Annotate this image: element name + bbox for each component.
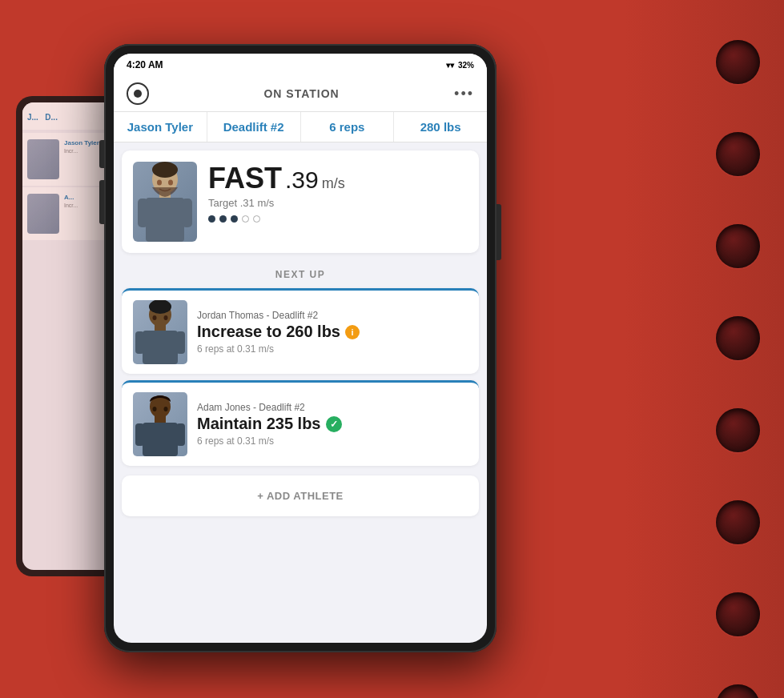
speed-dot-2 bbox=[219, 215, 227, 223]
bg-tag: J... bbox=[27, 113, 38, 122]
speed-dots bbox=[208, 215, 468, 223]
svg-point-15 bbox=[164, 315, 168, 320]
svg-rect-4 bbox=[138, 199, 148, 227]
svg-point-6 bbox=[157, 180, 162, 186]
next-photo-placeholder-2 bbox=[133, 392, 187, 456]
record-dot bbox=[134, 90, 142, 98]
svg-rect-5 bbox=[182, 199, 192, 227]
svg-point-7 bbox=[168, 180, 173, 186]
bg-tag: D... bbox=[45, 113, 58, 122]
speed-unit: m/s bbox=[322, 175, 345, 192]
next-athlete-detail-2: 6 reps at 0.31 m/s bbox=[197, 435, 468, 447]
svg-rect-17 bbox=[155, 416, 166, 423]
more-options-button[interactable]: ••• bbox=[454, 86, 474, 102]
info-tag-name[interactable]: Jason Tyler bbox=[114, 112, 207, 142]
ipad-power-button bbox=[497, 204, 501, 260]
status-bar: 4:20 AM ▾▾ 32% bbox=[114, 54, 487, 76]
svg-point-21 bbox=[153, 407, 157, 411]
next-athlete-detail-1: 6 reps at 0.31 m/s bbox=[197, 343, 468, 355]
next-photo-placeholder-1 bbox=[133, 300, 187, 364]
app-header: ON STATION ••• bbox=[114, 76, 487, 112]
svg-rect-10 bbox=[155, 324, 166, 331]
rack-hole bbox=[716, 592, 760, 636]
rack-hole bbox=[716, 500, 760, 544]
wifi-icon: ▾▾ bbox=[446, 61, 454, 70]
success-badge-2: ✓ bbox=[326, 416, 342, 432]
svg-point-14 bbox=[153, 315, 157, 320]
svg-rect-12 bbox=[135, 331, 144, 354]
svg-point-22 bbox=[164, 407, 168, 411]
info-tag-reps[interactable]: 6 reps bbox=[301, 112, 395, 142]
svg-rect-20 bbox=[176, 423, 185, 446]
next-athlete-card-1[interactable]: Jordan Thomas - Deadlift #2 Increase to … bbox=[122, 288, 479, 374]
athlete-silhouette bbox=[133, 162, 197, 242]
svg-rect-13 bbox=[176, 331, 185, 354]
rack-hole bbox=[716, 408, 760, 452]
rack-hole bbox=[716, 40, 760, 84]
speed-dot-5 bbox=[253, 215, 260, 223]
add-athlete-button[interactable]: + ADD ATHLETE bbox=[122, 475, 479, 516]
next-athlete-photo-2 bbox=[133, 392, 187, 456]
status-time: 4:20 AM bbox=[127, 59, 163, 70]
next-athlete-card-2[interactable]: Adam Jones - Deadlift #2 Maintain 235 lb… bbox=[122, 380, 479, 466]
rack-hole bbox=[716, 684, 760, 698]
svg-rect-11 bbox=[143, 331, 178, 364]
warning-badge-1: i bbox=[345, 325, 360, 339]
next-athlete-info-2: Adam Jones - Deadlift #2 Maintain 235 lb… bbox=[197, 402, 468, 447]
header-title: ON STATION bbox=[263, 87, 339, 100]
info-tag-exercise[interactable]: Deadlift #2 bbox=[207, 112, 301, 142]
status-icons: ▾▾ 32% bbox=[446, 61, 474, 70]
rack-hole bbox=[716, 224, 760, 268]
speed-decimal: .39 bbox=[285, 166, 319, 194]
svg-rect-19 bbox=[135, 423, 144, 446]
info-bar: Jason Tyler Deadlift #2 6 reps 280 lbs bbox=[114, 112, 487, 142]
next-up-label: NEXT UP bbox=[114, 261, 487, 285]
rack-hole bbox=[716, 132, 760, 176]
rack-holes-container bbox=[716, 40, 760, 698]
current-athlete-photo bbox=[133, 162, 197, 242]
next-athlete-name-1: Jordan Thomas - Deadlift #2 bbox=[197, 310, 468, 321]
next-athlete-name-2: Adam Jones - Deadlift #2 bbox=[197, 402, 468, 413]
info-tag-weight[interactable]: 280 lbs bbox=[394, 112, 487, 142]
rack-column-right bbox=[624, 0, 784, 698]
current-athlete-card: FAST .39 m/s Target .31 m/s bbox=[122, 150, 479, 253]
speed-dot-1 bbox=[208, 215, 215, 223]
next-action-text-2: Maintain 235 lbs bbox=[197, 415, 321, 433]
next-athlete-action-2: Maintain 235 lbs ✓ bbox=[197, 415, 468, 433]
battery-icon: 32% bbox=[458, 61, 474, 70]
ipad-frame: 4:20 AM ▾▾ 32% ON STATION ••• Jason Tyle… bbox=[104, 44, 497, 652]
next-athlete-photo-1 bbox=[133, 300, 187, 364]
svg-rect-18 bbox=[143, 423, 178, 456]
rack-hole bbox=[716, 316, 760, 360]
next-athlete-info-1: Jordan Thomas - Deadlift #2 Increase to … bbox=[197, 310, 468, 355]
athlete-photo-placeholder bbox=[133, 162, 197, 242]
next-athlete-action-1: Increase to 260 lbs i bbox=[197, 323, 468, 341]
speed-dot-4 bbox=[242, 215, 249, 223]
bg-athlete-photo bbox=[27, 194, 59, 234]
speed-value-row: FAST .39 m/s bbox=[208, 162, 468, 195]
athlete-silhouette-3 bbox=[133, 392, 187, 456]
speed-label: FAST bbox=[208, 162, 282, 195]
svg-point-1 bbox=[152, 162, 178, 178]
record-button[interactable] bbox=[127, 82, 149, 105]
speed-info: FAST .39 m/s Target .31 m/s bbox=[208, 162, 468, 223]
ipad-volume-button bbox=[99, 140, 104, 168]
speed-dot-3 bbox=[231, 215, 238, 223]
ipad-volume-button-2 bbox=[99, 180, 104, 224]
svg-rect-3 bbox=[146, 198, 184, 242]
athlete-silhouette-2 bbox=[133, 300, 187, 364]
speed-target: Target .31 m/s bbox=[208, 197, 468, 209]
bg-athlete-photo bbox=[27, 139, 59, 179]
next-action-text-1: Increase to 260 lbs bbox=[197, 323, 340, 341]
ipad-screen: 4:20 AM ▾▾ 32% ON STATION ••• Jason Tyle… bbox=[114, 54, 487, 643]
